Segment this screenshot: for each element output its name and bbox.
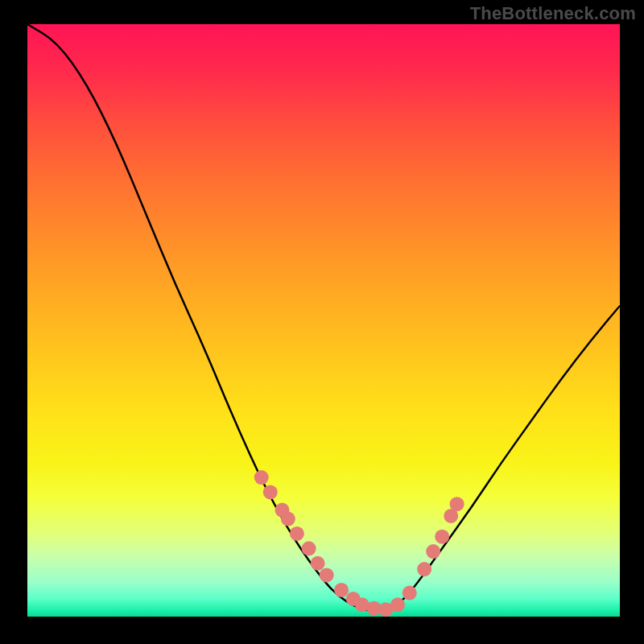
marker-dot — [450, 497, 464, 511]
curve-marker-dots — [254, 470, 464, 617]
marker-dot — [320, 568, 334, 582]
marker-dot — [311, 556, 325, 571]
marker-dot — [263, 485, 278, 499]
marker-dot — [281, 512, 295, 526]
plot-area — [27, 24, 620, 617]
marker-dot — [417, 562, 431, 576]
chart-svg — [27, 24, 620, 617]
marker-dot — [426, 544, 440, 559]
marker-dot — [254, 470, 269, 485]
chart-frame: TheBottleneck.com — [0, 0, 644, 644]
bottleneck-curve-line — [27, 24, 620, 611]
marker-dot — [390, 597, 405, 612]
marker-dot — [334, 583, 349, 597]
marker-dot — [302, 541, 316, 555]
marker-dot — [402, 586, 417, 601]
marker-dot — [435, 530, 449, 544]
marker-dot — [290, 526, 304, 541]
watermark-text: TheBottleneck.com — [470, 3, 636, 24]
